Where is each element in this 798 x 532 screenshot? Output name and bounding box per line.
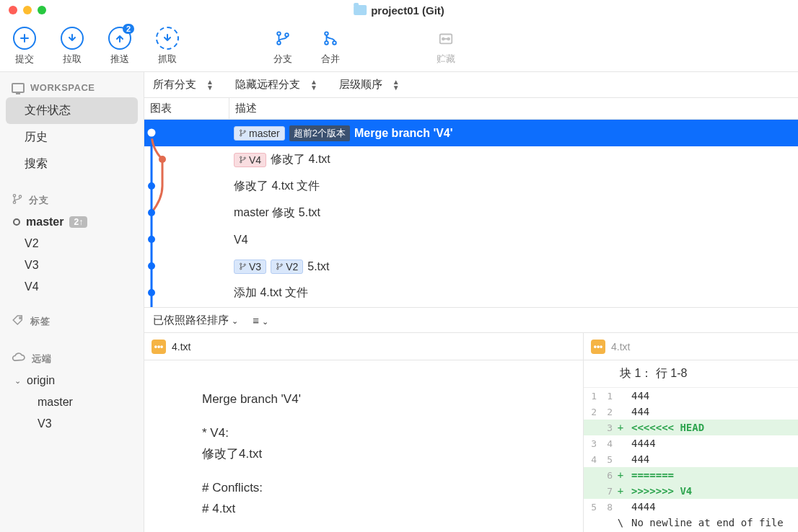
titlebar: project01 (Git) (0, 0, 798, 20)
svg-point-4 (325, 41, 328, 45)
svg-point-26 (244, 157, 245, 159)
current-branch-dot-icon (13, 218, 20, 226)
svg-point-9 (13, 195, 15, 197)
svg-point-3 (325, 32, 328, 35)
svg-point-21 (240, 130, 242, 131)
svg-point-31 (277, 268, 279, 270)
ahead-tag: 超前2个版本 (289, 125, 350, 141)
branch-icon (12, 193, 23, 207)
chevron-down-icon: ⌄ (262, 317, 268, 326)
sort-bar: 已依照路径排序 ⌄ ≡ ⌄ (144, 307, 798, 333)
commit-desc: 5.txt (307, 260, 329, 273)
sidebar-item-history[interactable]: 历史 (0, 124, 144, 151)
sort-dropdown[interactable]: 已依照路径排序 ⌄ (153, 314, 238, 327)
sidebar: WORKSPACE 文件状态 历史 搜索 分支 master 2↑ V2 V3 … (0, 72, 144, 532)
sidebar-item-search[interactable]: 搜索 (0, 151, 144, 177)
col-desc[interactable]: 描述 (229, 102, 257, 115)
minimize-window-icon[interactable] (23, 6, 32, 14)
monitor-icon (12, 83, 25, 93)
filter-tier-order[interactable]: 层级顺序 ▲▼ (339, 78, 400, 92)
file-modified-icon: ••• (152, 340, 166, 354)
svg-point-0 (277, 32, 281, 35)
svg-point-25 (240, 161, 242, 163)
svg-point-23 (244, 130, 245, 132)
sidebar-branch-v3[interactable]: V3 (0, 254, 144, 276)
file-modified-icon: ••• (591, 340, 605, 354)
sidebar-branch-v2[interactable]: V2 (0, 233, 144, 254)
file-tab-right[interactable]: ••• 4.txt (584, 333, 798, 360)
sidebar-branch-master[interactable]: master 2↑ (0, 211, 144, 233)
file-name: 4.txt (611, 341, 630, 353)
commit-row[interactable]: 修改了 4.txt 文件 (144, 173, 798, 200)
workspace-header: WORKSPACE (0, 78, 144, 97)
commit-desc: 修改了 4.txt 文件 (234, 179, 320, 194)
file-tab-left[interactable]: ••• 4.txt (144, 333, 583, 360)
stash-button[interactable]: 贮藏 (434, 27, 457, 66)
chevron-down-icon: ⌄ (14, 376, 21, 386)
maximize-window-icon[interactable] (38, 6, 46, 14)
sidebar-branch-v4[interactable]: V4 (0, 276, 144, 298)
close-window-icon[interactable] (9, 6, 17, 14)
branch-button[interactable]: 分支 (271, 27, 294, 66)
commit-button[interactable]: 提交 (13, 27, 36, 66)
diff-line: 344444 (584, 435, 798, 451)
svg-point-24 (240, 156, 242, 158)
diff-line: 7+>>>>>>> V4 (584, 483, 798, 499)
commit-desc: 修改了 4.txt (271, 152, 330, 167)
commit-desc: Merge branch 'V4' (354, 127, 453, 140)
diff-line: 45444 (584, 451, 798, 467)
view-options[interactable]: ≡ ⌄ (253, 314, 268, 327)
sidebar-remote-origin[interactable]: ⌄ origin (0, 370, 144, 391)
commit-row[interactable]: V4 修改了 4.txt (144, 146, 798, 173)
commit-list: master 超前2个版本 Merge branch 'V4' V4 修改了 4… (144, 120, 798, 307)
svg-point-28 (240, 268, 242, 270)
svg-point-32 (281, 264, 282, 265)
sidebar-item-file-status[interactable]: 文件状态 (6, 97, 138, 124)
ahead-badge: 2↑ (69, 216, 87, 228)
filter-bar: 所有分支 ▲▼ 隐藏远程分支 ▲▼ 层级顺序 ▲▼ (144, 72, 798, 98)
branches-header[interactable]: 分支 (0, 189, 144, 211)
diff-line: 584444 (584, 499, 798, 515)
svg-point-29 (244, 264, 245, 265)
tag-icon (12, 314, 25, 329)
cloud-icon (12, 352, 26, 365)
branch-tag: V3 (234, 260, 266, 274)
svg-point-12 (19, 317, 21, 319)
fetch-button[interactable]: 抓取 (156, 27, 179, 66)
filter-all-branches[interactable]: 所有分支 ▲▼ (153, 78, 214, 92)
commit-message: Merge branch 'V4' * V4: 修改了4.txt # Confl… (144, 360, 583, 519)
merge-button[interactable]: 合并 (319, 27, 342, 66)
branch-tag: V4 (234, 153, 266, 167)
diff-line: 6+======= (584, 467, 798, 483)
pull-button[interactable]: 拉取 (61, 27, 84, 66)
updown-icon: ▲▼ (310, 79, 317, 91)
chevron-down-icon: ⌄ (232, 316, 238, 325)
commit-desc: master 修改 5.txt (234, 205, 320, 221)
svg-point-27 (240, 263, 242, 265)
column-header: 图表 描述 (144, 98, 798, 120)
commit-row[interactable]: 添加 4.txt 文件 (144, 280, 798, 306)
commit-desc: 添加 4.txt 文件 (234, 285, 308, 301)
col-graph[interactable]: 图表 (144, 98, 229, 119)
updown-icon: ▲▼ (206, 79, 214, 91)
push-button[interactable]: 2 推送 (108, 27, 131, 66)
toolbar: 提交 拉取 2 推送 抓取 分支 合并 贮藏 (0, 20, 798, 72)
sidebar-remote-branch-master[interactable]: master (0, 391, 144, 413)
commit-desc: V4 (234, 234, 248, 247)
commit-row[interactable]: master 超前2个版本 Merge branch 'V4' (144, 120, 798, 146)
hunk-header: 块 1： 行 1-8 (584, 360, 798, 388)
remotes-header[interactable]: 远端 (0, 347, 144, 370)
sidebar-remote-branch-v3[interactable]: V3 (0, 413, 144, 435)
commit-row[interactable]: V3 V2 5.txt (144, 253, 798, 280)
filter-hide-remote[interactable]: 隐藏远程分支 ▲▼ (235, 78, 317, 92)
commit-row[interactable]: V4 (144, 226, 798, 253)
svg-point-2 (285, 33, 289, 37)
commit-row[interactable]: master 修改 5.txt (144, 200, 798, 226)
diff-line: 11444 (584, 388, 798, 404)
tags-header[interactable]: 标签 (0, 309, 144, 333)
svg-point-1 (277, 41, 281, 45)
diff-line: 3+<<<<<<< HEAD (584, 420, 798, 435)
svg-point-11 (19, 195, 21, 198)
svg-point-22 (240, 135, 242, 136)
svg-point-30 (277, 263, 279, 265)
